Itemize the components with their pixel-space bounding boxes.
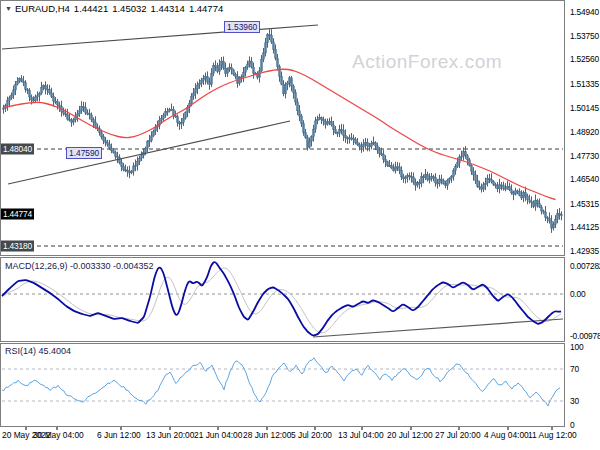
main-chart-panel[interactable] — [0, 0, 565, 256]
time-axis-label: 13 Jun 20:00 — [146, 430, 194, 440]
time-axis[interactable]: 20 May 202230 May 04:006 Jun 12:0013 Jun… — [0, 427, 600, 447]
axis-tick-label: 0.007282 — [570, 261, 600, 271]
axis-tick-label: 1.50145 — [570, 103, 599, 113]
axis-tick-label: 70 — [570, 364, 579, 374]
axis-tick-label: 1.51335 — [570, 79, 599, 89]
trendline-price-label-upper: 1.53960 — [224, 21, 260, 33]
axis-tick-label: 1.47730 — [570, 151, 599, 161]
axis-tick-label: 0.00 — [570, 289, 586, 299]
time-axis-label: 27 Jul 20:00 — [435, 430, 481, 440]
symbol-timeframe: EURAUD,H4 — [15, 3, 70, 14]
macd-indicator-label: MACD(12,26,9) -0.003330 -0.004352 — [5, 261, 154, 271]
rsi-panel[interactable] — [0, 343, 565, 427]
time-axis-label: 11 Aug 12:00 — [528, 430, 577, 440]
symbol-dropdown-icon[interactable]: ▼ — [5, 5, 12, 12]
axis-tick-label: 100 — [570, 342, 583, 352]
time-axis-label: 28 Jun 12:00 — [243, 430, 291, 440]
axis-tick-label: 1.54940 — [570, 7, 599, 17]
axis-tick-label: 30 — [570, 396, 579, 406]
ohlc-high: 1.45032 — [112, 3, 146, 14]
axis-tick-label: 1.48920 — [570, 127, 599, 137]
rsi-indicator-label: RSI(14) 45.4004 — [5, 346, 71, 356]
time-axis-label: 30 May 04:00 — [33, 430, 84, 440]
axis-tick-label: -0.009787 — [570, 331, 600, 341]
ohlc-close: 1.44774 — [189, 3, 223, 14]
chart-title: ▼EURAUD,H41.444211.450321.443141.44774 — [5, 3, 223, 14]
axis-tick-label: 1.53750 — [570, 31, 599, 41]
price-level-badge: 1.43180 — [1, 241, 34, 252]
watermark: ActionForex.com — [352, 51, 502, 73]
axis-tick-label: 1.44125 — [570, 222, 599, 232]
last-price-badge: 1.44774 — [1, 209, 34, 220]
price-scale[interactable]: 1.549401.537501.525601.513351.501451.489… — [565, 0, 600, 450]
ohlc-open: 1.44421 — [74, 3, 108, 14]
axis-tick-label: 1.52560 — [570, 54, 599, 64]
time-axis-label: 5 Jul 20:00 — [291, 430, 332, 440]
axis-tick-label: 1.42935 — [570, 246, 599, 256]
trendline-price-label-lower: 1.47590 — [66, 147, 102, 159]
mt4-chart-window: ActionForex.com ▼EURAUD,H41.444211.45032… — [0, 0, 600, 450]
price-level-badge: 1.48040 — [1, 144, 34, 155]
ohlc-low: 1.44314 — [151, 3, 185, 14]
time-axis-label: 20 Jul 12:00 — [387, 430, 433, 440]
time-axis-label: 4 Aug 04:00 — [484, 430, 529, 440]
axis-tick-label: 1.45315 — [570, 199, 599, 209]
time-axis-label: 21 Jun 04:00 — [194, 430, 242, 440]
time-axis-label: 13 Jul 04:00 — [338, 430, 384, 440]
axis-tick-label: 1.46540 — [570, 174, 599, 184]
time-axis-label: 6 Jun 12:00 — [97, 430, 141, 440]
